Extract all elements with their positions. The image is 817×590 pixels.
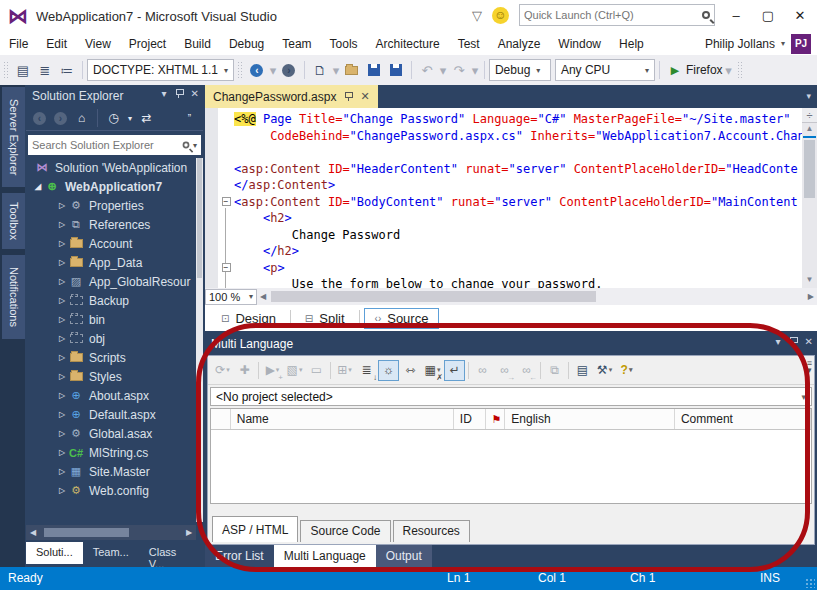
ml-toolbar-overflow-icon[interactable]: ≡▾	[807, 360, 812, 374]
minimize-button[interactable]: –	[725, 8, 747, 23]
browser-select-label[interactable]: Firefox	[686, 63, 723, 77]
panel-close-icon[interactable]: ✕	[805, 336, 813, 347]
project-select-combo[interactable]: <No project selected> ▾	[210, 387, 812, 406]
tree-item-webapplication7[interactable]: ◢⊕WebApplication7	[26, 177, 196, 196]
tab-pin-icon[interactable]	[344, 92, 352, 101]
tab-resources[interactable]: Resources	[393, 520, 470, 542]
menu-item-build[interactable]: Build	[175, 34, 220, 54]
menu-item-architecture[interactable]: Architecture	[367, 34, 449, 54]
tree-item-backup[interactable]: ▷Backup	[26, 291, 196, 310]
tab-source-code[interactable]: Source Code	[300, 520, 390, 542]
scroll-down-icon[interactable]: ▼	[802, 274, 817, 286]
tree-item-app-data[interactable]: ▷App_Data	[26, 253, 196, 272]
menu-item-view[interactable]: View	[76, 34, 120, 54]
editor-vertical-scrollbar[interactable]: ÷ ▲ ▼	[802, 108, 817, 288]
smiley-feedback-icon[interactable]: ☺	[492, 7, 509, 24]
se-horizontal-scrollbar[interactable]: ◀ ▶	[26, 525, 196, 540]
scroll-left-icon[interactable]: ◀	[260, 292, 266, 301]
solution-explorer-search-input[interactable]	[32, 139, 182, 151]
quick-launch-input[interactable]	[524, 9, 702, 21]
breakpoint-margin[interactable]	[205, 108, 218, 288]
properties-button[interactable]: ▤	[572, 360, 593, 381]
window-tab-output[interactable]: Output	[376, 545, 432, 567]
menu-item-debug[interactable]: Debug	[220, 34, 273, 54]
menu-item-team[interactable]: Team	[273, 34, 320, 54]
tree-item-global-asax[interactable]: ▷⚙Global.asax	[26, 424, 196, 443]
expander-icon[interactable]: ▷	[56, 258, 68, 267]
column-header-flag[interactable]: ⚑	[486, 409, 506, 429]
linebreak-toggle[interactable]: ↵	[444, 360, 465, 381]
tree-item-web-config[interactable]: ▷⚙Web.config	[26, 481, 196, 500]
tree-item-solution-webapplication[interactable]: ⋈Solution 'WebApplication	[26, 158, 196, 177]
collapse-region-icon[interactable]: −	[222, 263, 231, 272]
navigate-forward-button[interactable]: ›	[278, 59, 300, 81]
close-button[interactable]: ✕	[789, 8, 811, 23]
tree-item-app-globalresour[interactable]: ▷▨App_GlobalResour	[26, 272, 196, 291]
tree-item-styles[interactable]: ▷Styles	[26, 367, 196, 386]
source-view-button[interactable]: ‹›Source	[364, 308, 440, 329]
search-dropdown-icon[interactable]: ▾	[193, 141, 197, 150]
se-bottom-tab-team[interactable]: Team...	[83, 542, 139, 564]
scrollbar-thumb[interactable]	[804, 140, 815, 198]
toolbar-grip[interactable]	[3, 61, 9, 79]
tree-item-account[interactable]: ▷Account	[26, 234, 196, 253]
user-menu[interactable]: Philip Jollans	[705, 37, 775, 51]
menu-item-test[interactable]: Test	[449, 34, 489, 54]
column-header-english[interactable]: English	[505, 409, 675, 429]
scroll-left-icon[interactable]: ◀	[26, 528, 40, 537]
menu-item-analyze[interactable]: Analyze	[489, 34, 550, 54]
new-item-dropdown-icon[interactable]: ▾	[331, 59, 341, 81]
menu-item-file[interactable]: File	[0, 34, 37, 54]
menu-item-help[interactable]: Help	[610, 34, 653, 54]
maximize-button[interactable]: ▢	[757, 8, 779, 23]
panel-menu-dropdown-icon[interactable]: ▾	[162, 88, 167, 99]
expander-icon[interactable]: ▷	[56, 296, 68, 305]
se-toolbar-overflow-icon[interactable]: ”	[180, 109, 199, 128]
tree-item-scripts[interactable]: ▷Scripts	[26, 348, 196, 367]
flag-filter-icon[interactable]: ⚑	[492, 413, 502, 426]
expander-icon[interactable]: ▷	[56, 334, 68, 343]
scroll-up-icon[interactable]: ▲	[802, 123, 817, 135]
save-button[interactable]	[363, 59, 385, 81]
expander-icon[interactable]: ▷	[56, 220, 68, 229]
user-menu-dropdown-icon[interactable]: ▾	[781, 39, 785, 48]
back-dropdown-icon[interactable]: ▾	[268, 59, 278, 81]
scrollbar-thumb[interactable]	[197, 158, 202, 278]
open-file-button[interactable]	[341, 59, 363, 81]
panel-menu-dropdown-icon[interactable]: ▾	[776, 336, 781, 347]
side-tab-server-explorer[interactable]: Server Explorer	[2, 87, 25, 187]
column-header-id[interactable]: ID	[454, 409, 486, 429]
expander-icon[interactable]: ▷	[56, 486, 68, 495]
expander-icon[interactable]: ▷	[56, 277, 68, 286]
code-editor[interactable]: <%@ Page Title="Change Password" Languag…	[205, 108, 817, 288]
help-button[interactable]: ?▾	[616, 360, 637, 381]
check-page-button[interactable]: ▤	[12, 59, 34, 81]
pin-icon[interactable]	[175, 89, 183, 98]
scroll-right-icon[interactable]: ▶	[182, 528, 196, 537]
se-vertical-scrollbar[interactable]	[196, 158, 203, 522]
window-tab-error-list[interactable]: Error List	[205, 545, 274, 567]
tree-item-site-master[interactable]: ▷▦Site.Master	[26, 462, 196, 481]
toolbar-grip[interactable]	[237, 61, 243, 79]
expander-icon[interactable]: ▷	[56, 448, 68, 457]
save-all-button[interactable]	[385, 59, 407, 81]
solution-explorer-search-box[interactable]: ▾	[28, 135, 201, 155]
validate-table-button[interactable]: ▦✗▾	[422, 360, 443, 381]
collapse-region-icon[interactable]: −	[222, 197, 231, 206]
side-tab-toolbox[interactable]: Toolbox	[2, 193, 25, 249]
scrollbar-thumb[interactable]	[44, 528, 129, 537]
settings-toggle[interactable]: ☼	[378, 360, 399, 381]
zoom-combo[interactable]: 100 % ▾	[205, 289, 257, 305]
tree-item-mlstring-cs[interactable]: ▷C#MlString.cs	[26, 443, 196, 462]
expander-icon[interactable]: ▷	[56, 429, 68, 438]
tree-item-bin[interactable]: ▷bin	[26, 310, 196, 329]
expander-icon[interactable]: ▷	[56, 410, 68, 419]
window-tab-multi-language[interactable]: Multi Language	[274, 545, 376, 567]
se-back-button[interactable]: ‹	[30, 109, 49, 128]
undo-dropdown-icon[interactable]: ▾	[438, 59, 448, 81]
sort-button[interactable]: ≣↓	[356, 360, 377, 381]
scrollbar-thumb[interactable]	[271, 291, 596, 302]
multi-language-title-bar[interactable]: Multi Language ▾ ✕	[205, 333, 817, 355]
redo-dropdown-icon[interactable]: ▾	[470, 59, 480, 81]
pin-icon[interactable]	[789, 337, 797, 346]
